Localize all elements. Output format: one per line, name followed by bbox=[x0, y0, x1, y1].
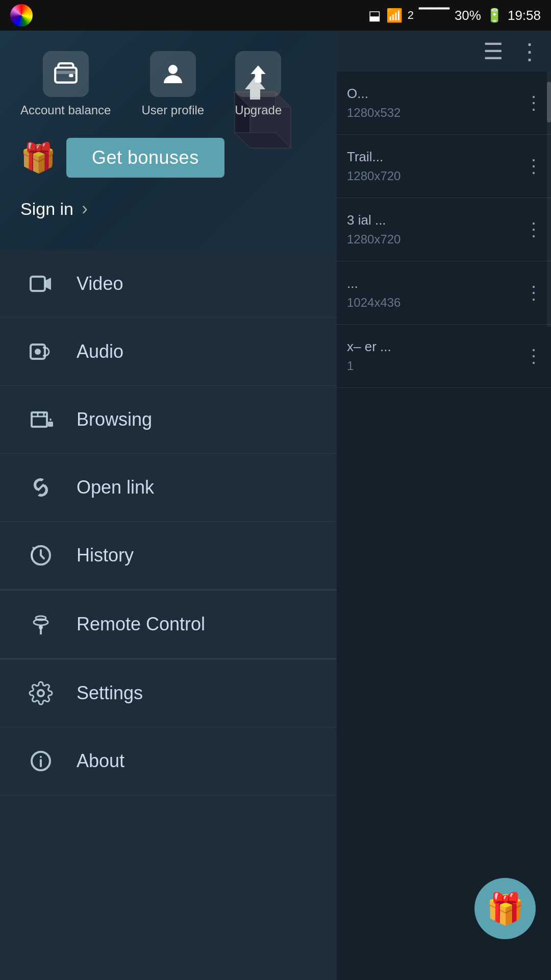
item-title-3: ... bbox=[347, 276, 541, 291]
menu-item-browsing[interactable]: Browsing bbox=[0, 386, 337, 454]
status-bar: ⬓ 📶 2 ▔▔▔ 30% 🔋 19:58 bbox=[0, 0, 551, 31]
menu-label-open-link: Open link bbox=[77, 477, 154, 498]
signin-label: Sign in bbox=[20, 199, 73, 219]
audio-icon bbox=[26, 336, 56, 367]
item-title-2: 3 ial ... bbox=[347, 212, 541, 228]
svg-line-21 bbox=[38, 484, 44, 491]
upgrade-item[interactable]: Upgrade bbox=[235, 51, 282, 117]
menu-label-audio: Audio bbox=[77, 341, 123, 362]
status-icons: ⬓ 📶 2 ▔▔▔ 30% 🔋 19:58 bbox=[368, 8, 541, 23]
list-item: ... 1024x436 ⋮ bbox=[337, 261, 551, 325]
menu-item-history[interactable]: History bbox=[0, 522, 337, 590]
list-item: O... 1280x532 ⋮ bbox=[337, 71, 551, 135]
item-title-4: x– er ... bbox=[347, 339, 541, 355]
menu-label-video: Video bbox=[77, 273, 123, 295]
filter-icon[interactable]: ☰ bbox=[483, 38, 503, 64]
svg-marker-10 bbox=[251, 65, 266, 82]
menu-label-browsing: Browsing bbox=[77, 409, 152, 430]
top-icons-row: Account balance User profile bbox=[0, 31, 337, 128]
svg-point-29 bbox=[40, 756, 42, 758]
user-profile-label: User profile bbox=[141, 103, 204, 117]
menu-item-audio[interactable]: Audio bbox=[0, 318, 337, 386]
svg-rect-19 bbox=[48, 422, 53, 427]
item-meta-0: 1280x532 bbox=[347, 106, 541, 120]
item-meta-1: 1280x720 bbox=[347, 169, 541, 183]
app-icon bbox=[10, 4, 33, 27]
upgrade-label: Upgrade bbox=[235, 103, 282, 117]
battery-icon: 🔋 bbox=[486, 8, 503, 23]
history-icon bbox=[26, 540, 56, 571]
more-options-icon[interactable]: ⋮ bbox=[518, 38, 541, 64]
item-title-1: Trail... bbox=[347, 149, 541, 165]
item-meta-4: 1 bbox=[347, 359, 541, 373]
more-options-icon-1[interactable]: ⋮ bbox=[524, 156, 543, 177]
upgrade-icon bbox=[235, 51, 281, 97]
more-options-icon-0[interactable]: ⋮ bbox=[524, 92, 543, 114]
menu-section: Video Audio bbox=[0, 250, 337, 980]
svg-rect-7 bbox=[55, 71, 77, 74]
fab-bonus-button[interactable]: 🎁 bbox=[474, 878, 536, 939]
gift-icon: 🎁 bbox=[20, 141, 56, 175]
svg-rect-11 bbox=[31, 277, 45, 291]
menu-label-history: History bbox=[77, 545, 134, 566]
more-options-icon-2[interactable]: ⋮ bbox=[524, 219, 543, 240]
remote-control-icon bbox=[26, 609, 56, 640]
list-item: Trail... 1280x720 ⋮ bbox=[337, 135, 551, 198]
svg-point-26 bbox=[39, 625, 43, 629]
right-toolbar: ☰ ⋮ bbox=[337, 31, 551, 71]
clock: 19:58 bbox=[508, 8, 541, 23]
sim-icon: 2 bbox=[408, 9, 414, 22]
settings-icon bbox=[26, 678, 56, 708]
menu-item-remote-control[interactable]: Remote Control bbox=[0, 591, 337, 658]
right-panel: ☰ ⋮ O... 1280x532 ⋮ Trail... 1280x720 ⋮ … bbox=[337, 31, 551, 980]
menu-item-about[interactable]: About bbox=[0, 727, 337, 795]
right-content-list: O... 1280x532 ⋮ Trail... 1280x720 ⋮ 3 ia… bbox=[337, 71, 551, 388]
svg-point-27 bbox=[38, 690, 44, 696]
account-balance-label: Account balance bbox=[20, 103, 111, 117]
about-icon bbox=[26, 746, 56, 776]
item-title-0: O... bbox=[347, 86, 541, 102]
menu-label-remote-control: Remote Control bbox=[77, 614, 205, 635]
battery-percent: 30% bbox=[455, 8, 481, 23]
list-item: x– er ... 1 ⋮ bbox=[337, 325, 551, 388]
chevron-right-icon: › bbox=[82, 198, 88, 219]
svg-point-9 bbox=[168, 65, 178, 74]
more-options-icon-3[interactable]: ⋮ bbox=[524, 282, 543, 304]
svg-rect-8 bbox=[69, 74, 73, 77]
signin-row[interactable]: Sign in › bbox=[0, 188, 337, 230]
sidebar-header: Account balance User profile bbox=[0, 31, 337, 250]
more-options-icon-4[interactable]: ⋮ bbox=[524, 346, 543, 367]
sidebar-drawer: Account balance User profile bbox=[0, 31, 337, 980]
video-icon bbox=[26, 268, 56, 299]
signal-bars-icon: ▔▔▔ bbox=[419, 8, 449, 23]
wallet-icon bbox=[43, 51, 89, 97]
wifi-icon: 📶 bbox=[386, 8, 403, 23]
menu-item-video[interactable]: Video bbox=[0, 250, 337, 318]
fab-gift-icon: 🎁 bbox=[486, 891, 524, 927]
bluetooth-icon: ⬓ bbox=[368, 8, 381, 23]
list-item: 3 ial ... 1280x720 ⋮ bbox=[337, 198, 551, 261]
svg-point-14 bbox=[35, 349, 41, 355]
user-profile-icon bbox=[150, 51, 196, 97]
bonuses-row: 🎁 Get bonuses bbox=[0, 128, 337, 188]
get-bonuses-button[interactable]: Get bonuses bbox=[66, 138, 224, 178]
menu-item-settings[interactable]: Settings bbox=[0, 659, 337, 727]
browsing-icon bbox=[26, 404, 56, 435]
item-meta-3: 1024x436 bbox=[347, 296, 541, 310]
menu-item-open-link[interactable]: Open link bbox=[0, 454, 337, 522]
account-balance-item[interactable]: Account balance bbox=[20, 51, 111, 117]
main-container: Account balance User profile bbox=[0, 31, 551, 980]
menu-label-about: About bbox=[77, 750, 124, 772]
menu-label-settings: Settings bbox=[77, 682, 143, 704]
open-link-icon bbox=[26, 472, 56, 503]
user-profile-item[interactable]: User profile bbox=[141, 51, 204, 117]
item-meta-2: 1280x720 bbox=[347, 232, 541, 247]
